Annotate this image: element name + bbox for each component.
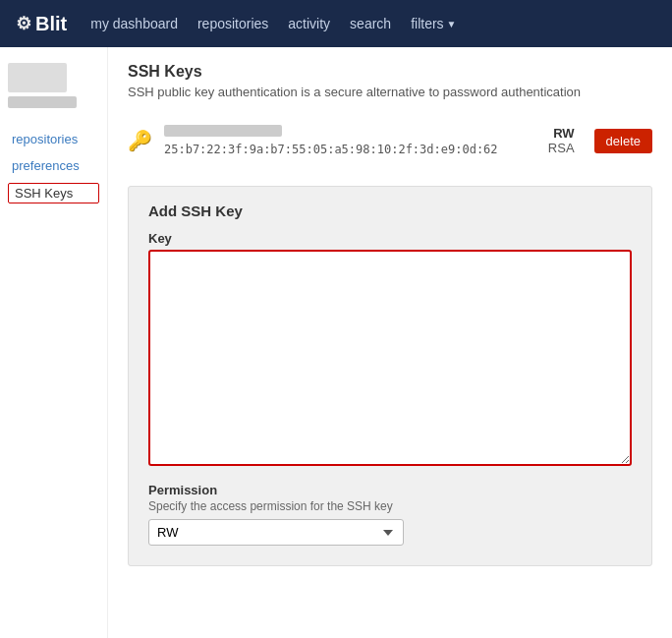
key-input-label: Key bbox=[148, 231, 632, 246]
page-title: SSH Keys bbox=[128, 63, 652, 81]
logo-symbol: ⚙ bbox=[16, 13, 31, 34]
key-name-blurred bbox=[164, 125, 282, 137]
logo-text: Blit bbox=[35, 13, 67, 35]
nav-search[interactable]: search bbox=[350, 16, 391, 31]
key-permissions: RW RSA bbox=[548, 126, 575, 155]
app-logo: ⚙ Blit bbox=[16, 13, 67, 35]
key-info: 25:b7:22:3f:9a:b7:55:05:a5:98:10:2f:3d:e… bbox=[164, 125, 536, 156]
permission-label: Permission bbox=[148, 483, 632, 497]
add-ssh-section: Add SSH Key Key Permission Specify the a… bbox=[128, 186, 652, 566]
filters-label: filters bbox=[411, 16, 443, 31]
main-nav: my dashboard repositories activity searc… bbox=[90, 16, 456, 31]
ssh-key-entry: 🔑 25:b7:22:3f:9a:b7:55:05:a5:98:10:2f:3d… bbox=[128, 115, 652, 166]
sidebar-nav: repositories preferences SSH Keys bbox=[8, 130, 99, 203]
nav-activity[interactable]: activity bbox=[288, 16, 330, 31]
page-subtitle: SSH public key authentication is a secur… bbox=[128, 85, 652, 99]
permission-type: RW bbox=[548, 126, 575, 141]
key-fingerprint: 25:b7:22:3f:9a:b7:55:05:a5:98:10:2f:3d:e… bbox=[164, 143, 498, 156]
username-blurred bbox=[8, 96, 77, 108]
permission-hint: Specify the access permission for the SS… bbox=[148, 499, 632, 513]
user-avatar-area bbox=[8, 63, 99, 118]
permission-section: Permission Specify the access permission… bbox=[148, 483, 632, 546]
key-textarea[interactable] bbox=[148, 250, 632, 466]
nav-filters[interactable]: filters ▼ bbox=[411, 16, 456, 31]
sidebar-item-preferences[interactable]: preferences bbox=[8, 156, 99, 175]
permission-select[interactable]: RW R W bbox=[148, 519, 404, 546]
sidebar-item-ssh-keys[interactable]: SSH Keys bbox=[8, 183, 99, 203]
key-icon: 🔑 bbox=[128, 129, 152, 152]
nav-my-dashboard[interactable]: my dashboard bbox=[90, 16, 178, 31]
nav-repositories[interactable]: repositories bbox=[197, 16, 268, 31]
main-content: SSH Keys SSH public key authentication i… bbox=[108, 47, 672, 638]
delete-key-button[interactable]: delete bbox=[594, 129, 652, 153]
page-layout: repositories preferences SSH Keys SSH Ke… bbox=[0, 47, 672, 638]
key-type: RSA bbox=[548, 141, 575, 155]
sidebar: repositories preferences SSH Keys bbox=[0, 47, 108, 638]
add-ssh-title: Add SSH Key bbox=[148, 203, 632, 219]
avatar bbox=[8, 63, 67, 92]
chevron-down-icon: ▼ bbox=[447, 19, 457, 29]
app-header: ⚙ Blit my dashboard repositories activit… bbox=[0, 0, 672, 47]
sidebar-item-repositories[interactable]: repositories bbox=[8, 130, 99, 148]
